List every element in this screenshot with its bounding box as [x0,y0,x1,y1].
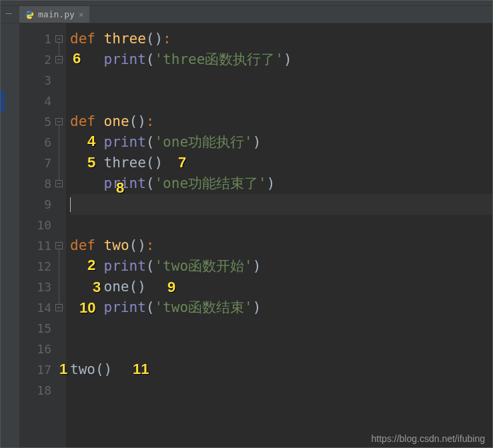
code-area[interactable]: def three(): print('three函数执行了') def one… [66,23,492,447]
code-line[interactable]: def three(): [70,29,492,49]
code-line[interactable]: three() [70,153,492,173]
tab-bar: — main.py × [1,6,492,23]
line-number[interactable]: 18 [19,380,66,401]
line-number[interactable]: 3 [19,70,66,91]
line-highlight [1,91,5,111]
line-number[interactable]: 10 [19,215,66,235]
close-icon[interactable]: × [79,9,84,19]
code-line[interactable]: def two(): [70,235,492,256]
code-line[interactable]: two() [70,359,492,380]
svg-point-0 [27,11,28,12]
code-line[interactable]: print('one功能结束了') [70,173,492,194]
cursor [70,197,71,212]
tab-filename: main.py [38,9,75,19]
line-number[interactable]: 15 [19,318,66,339]
code-line[interactable]: print('three函数执行了') [70,49,492,70]
fold-line [59,125,59,183]
code-line[interactable] [70,318,492,339]
code-line[interactable]: print('two函数结束') [70,297,492,318]
fold-end[interactable]: − [55,180,63,187]
code-line[interactable]: def one(): [70,111,492,132]
code-line-current[interactable] [70,194,492,215]
left-margin [1,23,19,447]
fold-end[interactable]: − [55,304,63,311]
menu-dash[interactable]: — [1,7,17,18]
code-line[interactable]: one() [70,277,492,297]
fold-line [59,249,59,307]
watermark: https://blog.csdn.net/ifubing [372,433,485,444]
code-line[interactable] [70,70,492,91]
python-file-icon [25,10,34,19]
editor-window: — main.py × 1 2 3 4 5 6 7 8 9 10 11 [0,0,493,448]
code-line[interactable] [70,215,492,235]
code-line[interactable] [70,380,492,401]
fold-toggle[interactable]: − [55,242,63,249]
code-line[interactable] [70,91,492,111]
file-tab[interactable]: main.py × [19,6,89,23]
line-number[interactable]: 9 [19,194,66,215]
svg-point-1 [31,17,31,17]
editor-area: 1 2 3 4 5 6 7 8 9 10 11 12 13 14 15 16 1… [1,23,492,447]
side-strip: — [1,6,19,23]
fold-toggle[interactable]: − [55,35,63,43]
fold-toggle[interactable]: − [55,118,63,125]
code-line[interactable]: print('two函数开始') [70,256,492,277]
gutter: 1 2 3 4 5 6 7 8 9 10 11 12 13 14 15 16 1… [19,23,66,447]
line-number[interactable]: 17 [19,359,66,380]
code-line[interactable] [70,339,492,359]
line-number[interactable]: 4 [19,91,66,111]
fold-end[interactable]: − [55,56,63,63]
line-number[interactable]: 16 [19,339,66,359]
title-bar [1,1,492,6]
code-line[interactable]: print('one功能执行') [70,132,492,153]
